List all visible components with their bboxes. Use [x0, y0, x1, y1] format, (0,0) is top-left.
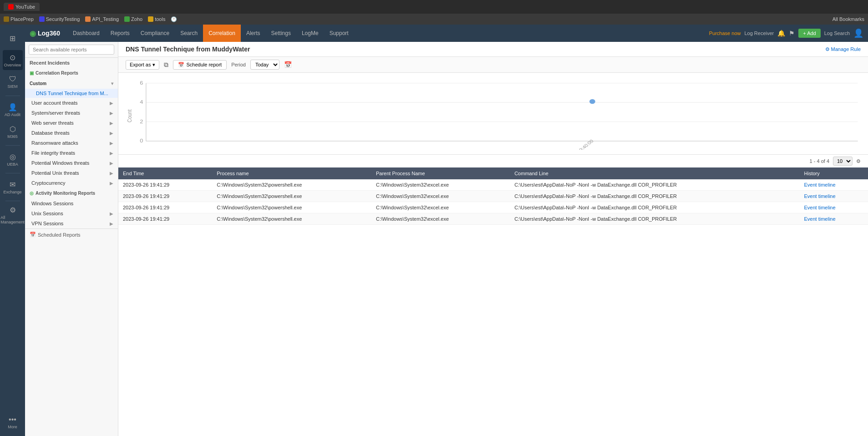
cell-parent-process: C:\Windows\System32\excel.exe: [371, 213, 510, 225]
logo-icon: ◉: [30, 29, 36, 38]
report-title: DNS Tunnel Technique from MuddyWater: [126, 46, 250, 53]
log-search-link[interactable]: Log Search: [824, 30, 850, 36]
sidebar-separator-4: [5, 201, 20, 201]
add-button[interactable]: + Add: [798, 29, 820, 38]
event-timeline-link[interactable]: Event timeline: [804, 205, 836, 210]
cryptocurrency[interactable]: Cryptocurrency ▶: [25, 178, 118, 188]
sidebar-icon-allmanagement[interactable]: ⚙ All Management: [3, 205, 23, 225]
web-server-threats[interactable]: Web server threats ▶: [25, 118, 118, 128]
activity-monitoring-section: ◎ Activity Monitoring Reports Windows Se…: [25, 188, 118, 228]
database-arrow: ▶: [110, 131, 113, 136]
cell-process-name: C:\Windows\System32\powershell.exe: [212, 202, 371, 213]
recent-incidents-section: Recent Incidents: [25, 58, 118, 68]
database-threats[interactable]: Database threats ▶: [25, 128, 118, 138]
per-page-select[interactable]: 10: [833, 157, 853, 166]
nav-compliance[interactable]: Compliance: [135, 25, 175, 42]
cell-history[interactable]: Event timeline: [800, 213, 868, 225]
bookmark-clock[interactable]: 🕐: [171, 16, 177, 22]
event-timeline-link[interactable]: Event timeline: [804, 182, 836, 188]
export-button[interactable]: Export as ▾: [126, 60, 159, 70]
tools-icon: [148, 16, 153, 22]
custom-category[interactable]: Custom ▾: [25, 78, 118, 89]
browser-bar: YouTube: [0, 0, 868, 14]
correlation-icon: ▣: [30, 71, 34, 76]
vpn-sessions[interactable]: VPN Sessions ▶: [25, 218, 118, 228]
sidebar-icon-m365[interactable]: ⬡ M365: [3, 122, 23, 142]
nav-alerts[interactable]: Alerts: [241, 25, 266, 42]
cell-history[interactable]: Event timeline: [800, 202, 868, 213]
dns-tunnel-label: DNS Tunnel Technique from M...: [36, 91, 108, 96]
browser-tab-youtube[interactable]: YouTube: [4, 3, 40, 11]
sidebar-icon-siem[interactable]: 🛡 SIEM: [3, 72, 23, 92]
system-server-threats[interactable]: System/server threats ▶: [25, 108, 118, 118]
nav-settings[interactable]: Settings: [266, 25, 296, 42]
left-panel: Recent Incidents ▣ Correlation Reports C…: [25, 42, 118, 436]
scheduled-reports-section[interactable]: 📅 Scheduled Reports: [25, 228, 118, 240]
col-process-name: Process name: [212, 167, 371, 179]
schedule-button[interactable]: 📅 Schedule report: [173, 60, 227, 70]
bookmark-securitytesting[interactable]: SecurityTesting: [39, 16, 80, 22]
nav-dashboard[interactable]: Dashboard: [67, 25, 105, 42]
sidebar-icon-exchange[interactable]: ✉ Exchange: [3, 177, 23, 197]
potential-unix-threats[interactable]: Potential Unix threats ▶: [25, 168, 118, 178]
sidebar-icon-overview[interactable]: ⊙ Overview: [3, 50, 23, 70]
cell-process-name: C:\Windows\System32\powershell.exe: [212, 191, 371, 202]
ransomware-attacks[interactable]: Ransomware attacks ▶: [25, 138, 118, 148]
web-server-arrow: ▶: [110, 121, 113, 126]
event-timeline-link[interactable]: Event timeline: [804, 193, 836, 199]
event-timeline-link[interactable]: Event timeline: [804, 216, 836, 222]
bookmark-apitesting[interactable]: API_Testing: [85, 16, 119, 22]
search-input[interactable]: [29, 45, 114, 55]
calendar-icon[interactable]: 📅: [284, 61, 292, 68]
log-receiver-link[interactable]: Log Receiver: [744, 30, 774, 36]
purchase-link[interactable]: Purchase now: [709, 30, 741, 36]
sidebar-icon-more[interactable]: ••• More: [3, 412, 23, 432]
manage-rule-link[interactable]: ⚙ Manage Rule: [825, 46, 861, 52]
nav-support[interactable]: Support: [324, 25, 354, 42]
bookmark-placeprep[interactable]: PlacePrep: [4, 16, 34, 22]
user-icon[interactable]: 👤: [853, 28, 863, 38]
bookmark-tools[interactable]: tools: [148, 16, 165, 22]
file-integrity-threats[interactable]: File integrity threats ▶: [25, 148, 118, 158]
adaudit-icon: 👤: [8, 103, 17, 112]
dns-tunnel-item[interactable]: DNS Tunnel Technique from M...: [25, 89, 118, 98]
sidebar-icon-grid[interactable]: ⊞: [3, 28, 23, 48]
table-row: 2023-09-26 19:41:29 C:\Windows\System32\…: [118, 202, 868, 213]
sidebar-icon-adaudit[interactable]: 👤 AD Audit: [3, 100, 23, 120]
potential-windows-threats[interactable]: Potential Windows threats ▶: [25, 158, 118, 168]
cell-history[interactable]: Event timeline: [800, 179, 868, 191]
bell-icon[interactable]: 🔔: [777, 30, 785, 37]
activity-monitoring-label: Activity Monitoring Reports: [36, 191, 95, 196]
allmanagement-icon: ⚙: [10, 206, 16, 214]
file-integrity-label: File integrity threats: [31, 150, 75, 156]
ransomware-label: Ransomware attacks: [31, 140, 78, 146]
potential-windows-arrow: ▶: [110, 161, 113, 166]
cell-parent-process: C:\Windows\System32\excel.exe: [371, 179, 510, 191]
flag-icon[interactable]: ⚑: [789, 30, 795, 37]
table-row: 2023-09-26 19:41:29 C:\Windows\System32\…: [118, 191, 868, 202]
cell-command-line: C:\Users\est\AppData\-NoP -NonI -w DataE…: [510, 202, 799, 213]
app-logo[interactable]: ◉ Log360: [30, 29, 60, 38]
all-bookmarks-label[interactable]: All Bookmarks: [832, 16, 864, 22]
ueba-label: UEBA: [7, 162, 18, 167]
activity-icon: ◎: [30, 191, 34, 196]
export-copy-icon[interactable]: ⧉: [164, 61, 168, 69]
sidebar-separator-3: [5, 173, 20, 173]
svg-text:Count: Count: [126, 109, 132, 122]
windows-sessions[interactable]: Windows Sessions: [25, 198, 118, 208]
table-settings-icon[interactable]: ⚙: [856, 158, 861, 164]
unix-sessions[interactable]: Unix Sessions ▶: [25, 208, 118, 218]
chart-container: 6 4 2 0 Count: [126, 77, 861, 150]
more-label: More: [8, 425, 17, 429]
nav-logme[interactable]: LogMe: [296, 25, 324, 42]
siem-label: SIEM: [7, 84, 17, 89]
sidebar-icon-ueba[interactable]: ◎ UEBA: [3, 149, 23, 169]
cell-history[interactable]: Event timeline: [800, 191, 868, 202]
nav-reports[interactable]: Reports: [105, 25, 135, 42]
col-end-time: End Time: [118, 167, 212, 179]
nav-correlation[interactable]: Correlation: [203, 25, 241, 42]
user-account-threats[interactable]: User account threats ▶: [25, 98, 118, 108]
bookmark-zoho[interactable]: Zoho: [124, 16, 142, 22]
nav-search[interactable]: Search: [175, 25, 203, 42]
period-select[interactable]: Today: [250, 60, 279, 70]
